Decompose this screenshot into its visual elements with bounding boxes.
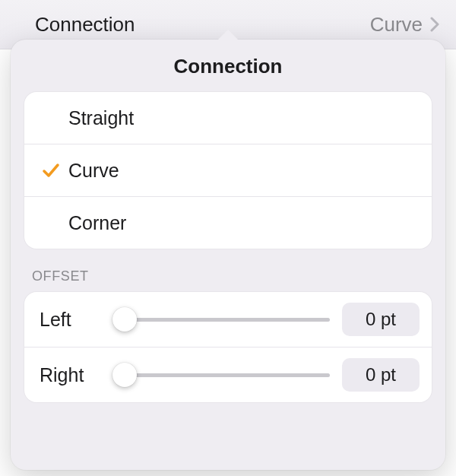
option-label: Corner [68, 212, 416, 234]
slider-thumb[interactable] [112, 307, 137, 332]
offset-right-value[interactable]: 0 pt [342, 358, 420, 392]
offset-right-row: Right 0 pt [24, 347, 432, 402]
offset-right-label: Right [40, 364, 100, 386]
offset-card: Left 0 pt Right 0 pt [24, 292, 432, 402]
offset-header: OFFSET [32, 268, 429, 284]
offset-right-slider[interactable] [112, 363, 330, 387]
option-curve[interactable]: Curve [24, 144, 432, 196]
option-corner[interactable]: Corner [24, 196, 432, 249]
connection-options-list: Straight Curve Corner [24, 92, 432, 249]
option-label: Straight [68, 107, 416, 129]
chevron-right-icon [430, 17, 439, 32]
option-label: Curve [68, 160, 416, 182]
option-straight[interactable]: Straight [24, 92, 432, 144]
offset-left-slider[interactable] [112, 307, 330, 332]
offset-left-row: Left 0 pt [24, 292, 432, 347]
connection-popover: Connection Straight Curve Corner [11, 40, 445, 470]
checkmark-icon [33, 160, 68, 180]
connection-row-value: Curve [370, 13, 423, 36]
connection-row-label: Connection [35, 13, 135, 36]
connection-row-value-wrap: Curve [370, 13, 439, 36]
offset-left-label: Left [40, 309, 100, 331]
offset-left-value[interactable]: 0 pt [342, 303, 420, 336]
popover-title: Connection [24, 55, 432, 78]
slider-thumb[interactable] [112, 363, 137, 387]
